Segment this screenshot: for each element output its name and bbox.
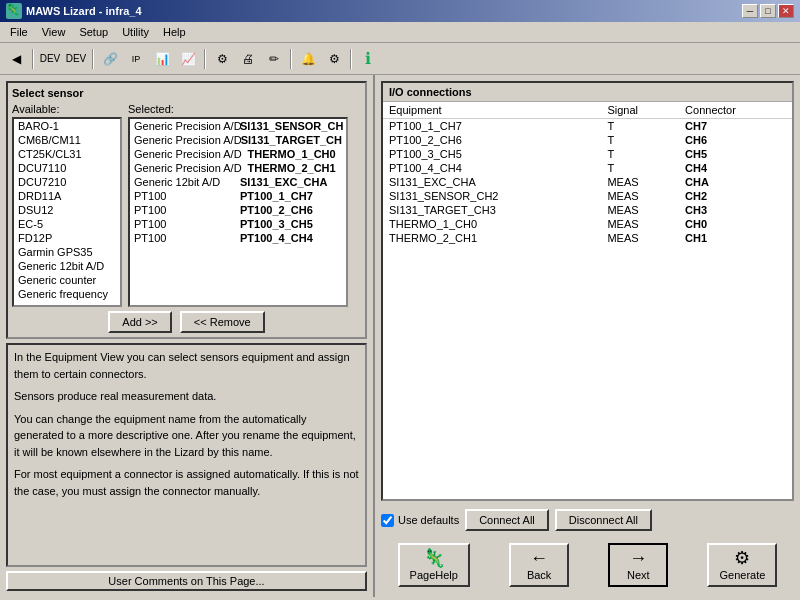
minimize-button[interactable]: ─ — [742, 4, 758, 18]
col-equipment: Equipment — [383, 102, 601, 119]
next-button[interactable]: → Next — [608, 543, 668, 587]
toolbar-alarm[interactable]: 🔔 — [296, 47, 320, 71]
list-item[interactable]: DCU7210 — [14, 175, 120, 189]
list-item[interactable]: PT100 PT100_2_CH6 — [130, 203, 346, 217]
list-item[interactable]: Garmin GPS35 — [14, 245, 120, 259]
info-box: In the Equipment View you can select sen… — [6, 343, 367, 567]
bottom-controls: Use defaults Connect All Disconnect All — [381, 505, 794, 535]
table-row[interactable]: SI131_EXC_CHAMEASCHA — [383, 175, 792, 189]
table-row[interactable]: SI131_SENSOR_CH2MEASCH2 — [383, 189, 792, 203]
list-item[interactable]: Generic 12bit A/D SI131_EXC_CHA — [130, 175, 346, 189]
toolbar-tool1[interactable]: ⚙ — [210, 47, 234, 71]
toolbar-print[interactable]: 🖨 — [236, 47, 260, 71]
cell-signal: MEAS — [601, 203, 679, 217]
toolbar-info[interactable]: ℹ — [356, 47, 380, 71]
add-remove-buttons: Add >> << Remove — [12, 311, 361, 333]
cell-connector: CH1 — [679, 231, 792, 245]
add-button[interactable]: Add >> — [108, 311, 171, 333]
toolbar-device1[interactable]: DEV — [38, 47, 62, 71]
selected-list[interactable]: Generic Precision A/D SI131_SENSOR_CH Ge… — [128, 117, 348, 307]
available-list[interactable]: BARO-1 CM6B/CM11 CT25K/CL31 DCU7110 DCU7… — [12, 117, 122, 307]
generate-label: Generate — [719, 569, 765, 581]
cell-equipment: PT100_3_CH5 — [383, 147, 601, 161]
toolbar-network[interactable]: 🔗 — [98, 47, 122, 71]
table-row[interactable]: THERMO_1_CH0MEASCH0 — [383, 217, 792, 231]
list-item[interactable]: CT25K/CL31 — [14, 147, 120, 161]
list-item[interactable]: DCU7110 — [14, 161, 120, 175]
page-help-icon: 🦎 — [423, 549, 445, 567]
toolbar-sep-3 — [204, 49, 206, 69]
back-label: Back — [527, 569, 551, 581]
available-column: Available: BARO-1 CM6B/CM11 CT25K/CL31 D… — [12, 103, 122, 307]
cell-connector: CHA — [679, 175, 792, 189]
close-button[interactable]: ✕ — [778, 4, 794, 18]
list-item[interactable]: EC-5 — [14, 217, 120, 231]
page-help-label: PageHelp — [410, 569, 458, 581]
io-table: Equipment Signal Connector PT100_1_CH7TC… — [383, 102, 792, 245]
toolbar: ◀ DEV DEV 🔗 IP 📊 📈 ⚙ 🖨 ✏ 🔔 ⚙ ℹ — [0, 43, 800, 75]
list-item[interactable]: FD12P — [14, 231, 120, 245]
menu-view[interactable]: View — [36, 24, 72, 40]
menu-file[interactable]: File — [4, 24, 34, 40]
list-item[interactable]: PT100 PT100_1_CH7 — [130, 189, 346, 203]
title-bar-left: 🦎 MAWS Lizard - infra_4 — [6, 3, 142, 19]
use-defaults-checkbox[interactable] — [381, 514, 394, 527]
list-item[interactable]: Generic frequency — [14, 287, 120, 301]
cell-connector: CH5 — [679, 147, 792, 161]
cell-equipment: THERMO_1_CH0 — [383, 217, 601, 231]
use-defaults-label: Use defaults — [398, 514, 459, 526]
connect-all-button[interactable]: Connect All — [465, 509, 549, 531]
maximize-button[interactable]: □ — [760, 4, 776, 18]
toolbar-back[interactable]: ◀ — [4, 47, 28, 71]
info-text-3: You can change the equipment name from t… — [14, 411, 359, 461]
table-row[interactable]: PT100_4_CH4TCH4 — [383, 161, 792, 175]
user-comments-button[interactable]: User Comments on This Page... — [6, 571, 367, 591]
table-row[interactable]: SI131_TARGET_CH3MEASCH3 — [383, 203, 792, 217]
toolbar-chart1[interactable]: 📊 — [150, 47, 174, 71]
title-bar-buttons[interactable]: ─ □ ✕ — [742, 4, 794, 18]
list-item[interactable]: Generic Precision A/D THERMO_2_CH1 — [130, 161, 346, 175]
cell-signal: T — [601, 147, 679, 161]
table-row[interactable]: PT100_2_CH6TCH6 — [383, 133, 792, 147]
toolbar-chart2[interactable]: 📈 — [176, 47, 200, 71]
left-panel: Select sensor Available: BARO-1 CM6B/CM1… — [0, 75, 375, 597]
list-item[interactable]: DSU12 — [14, 203, 120, 217]
menu-utility[interactable]: Utility — [116, 24, 155, 40]
toolbar-device2[interactable]: DEV — [64, 47, 88, 71]
table-row[interactable]: THERMO_2_CH1MEASCH1 — [383, 231, 792, 245]
list-item[interactable]: Generic Precision A/D SI131_SENSOR_CH — [130, 119, 346, 133]
back-button[interactable]: ← Back — [509, 543, 569, 587]
toolbar-edit[interactable]: ✏ — [262, 47, 286, 71]
cell-equipment: THERMO_2_CH1 — [383, 231, 601, 245]
right-panel: I/O connections Equipment Signal Connect… — [375, 75, 800, 597]
list-item[interactable]: PT100 PT100_4_CH4 — [130, 231, 346, 245]
menu-help[interactable]: Help — [157, 24, 192, 40]
action-buttons: 🦎 PageHelp ← Back → Next ⚙ Generate — [381, 539, 794, 591]
menu-setup[interactable]: Setup — [73, 24, 114, 40]
list-item[interactable]: Generic counter — [14, 273, 120, 287]
table-row[interactable]: PT100_3_CH5TCH5 — [383, 147, 792, 161]
remove-button[interactable]: << Remove — [180, 311, 265, 333]
cell-connector: CH0 — [679, 217, 792, 231]
table-row[interactable]: PT100_1_CH7TCH7 — [383, 119, 792, 134]
list-item[interactable]: CM6B/CM11 — [14, 133, 120, 147]
disconnect-all-button[interactable]: Disconnect All — [555, 509, 652, 531]
cell-signal: MEAS — [601, 231, 679, 245]
list-item[interactable]: Generic Precision A/D SI131_TARGET_CH — [130, 133, 346, 147]
list-item[interactable]: DRD11A — [14, 189, 120, 203]
use-defaults-checkbox-label[interactable]: Use defaults — [381, 514, 459, 527]
list-item[interactable]: Generic 12bit A/D — [14, 259, 120, 273]
cell-equipment: PT100_2_CH6 — [383, 133, 601, 147]
page-help-button[interactable]: 🦎 PageHelp — [398, 543, 470, 587]
back-icon: ← — [530, 549, 548, 567]
next-label: Next — [627, 569, 650, 581]
list-item[interactable]: BARO-1 — [14, 119, 120, 133]
toolbar-settings[interactable]: ⚙ — [322, 47, 346, 71]
cell-signal: MEAS — [601, 175, 679, 189]
io-table-scroll[interactable]: Equipment Signal Connector PT100_1_CH7TC… — [383, 102, 792, 499]
toolbar-ip[interactable]: IP — [124, 47, 148, 71]
list-item[interactable]: PT100 PT100_3_CH5 — [130, 217, 346, 231]
generate-button[interactable]: ⚙ Generate — [707, 543, 777, 587]
info-text-4: For most equipment a connector is assign… — [14, 466, 359, 499]
list-item[interactable]: Generic Precision A/D THERMO_1_CH0 — [130, 147, 346, 161]
